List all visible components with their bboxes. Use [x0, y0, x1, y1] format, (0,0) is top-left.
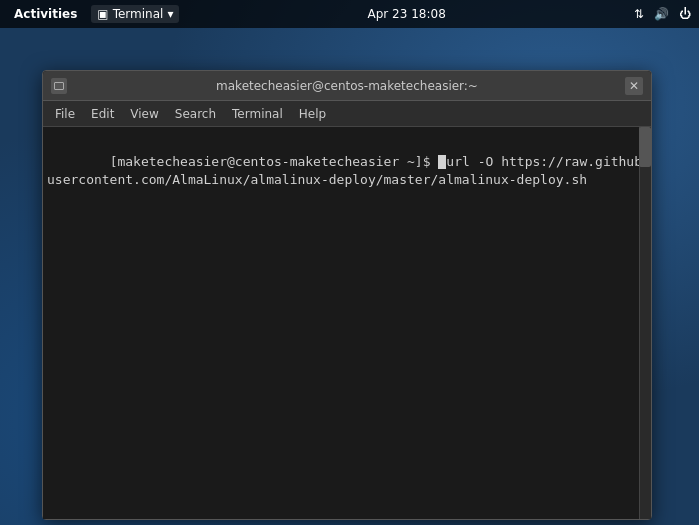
- scrollbar-thumb[interactable]: [639, 127, 651, 167]
- menu-item-search[interactable]: Search: [167, 105, 224, 123]
- menu-item-edit[interactable]: Edit: [83, 105, 122, 123]
- menu-bar: File Edit View Search Terminal Help: [43, 101, 651, 127]
- window-icon: [51, 78, 67, 94]
- window-icon-inner: [54, 82, 64, 90]
- menu-item-file[interactable]: File: [47, 105, 83, 123]
- terminal-line-1: [maketecheasier@centos-maketecheasier ~]…: [47, 135, 643, 208]
- taskbar-right: ⇅ 🔊 ⏻: [634, 7, 691, 21]
- menu-item-terminal[interactable]: Terminal: [224, 105, 291, 123]
- power-icon[interactable]: ⏻: [679, 7, 691, 21]
- network-icon: ⇅: [634, 7, 644, 21]
- taskbar-left: Activities ▣ Terminal ▾: [8, 5, 179, 23]
- taskbar-terminal-button[interactable]: ▣ Terminal ▾: [91, 5, 179, 23]
- taskbar-datetime: Apr 23 18:08: [368, 7, 446, 21]
- close-button[interactable]: ✕: [625, 77, 643, 95]
- scrollbar-track[interactable]: [639, 127, 651, 519]
- title-bar-left: [51, 78, 67, 94]
- terminal-taskbar-icon: ▣: [97, 7, 108, 21]
- menu-item-help[interactable]: Help: [291, 105, 334, 123]
- terminal-content[interactable]: [maketecheasier@centos-maketecheasier ~]…: [43, 127, 651, 519]
- activities-button[interactable]: Activities: [8, 5, 83, 23]
- terminal-window: maketecheasier@centos-maketecheasier:~ ✕…: [42, 70, 652, 520]
- volume-icon: 🔊: [654, 7, 669, 21]
- menu-item-view[interactable]: View: [122, 105, 166, 123]
- desktop: maketecheasier@centos-maketecheasier:~ ✕…: [0, 28, 699, 525]
- terminal-prompt: [maketecheasier@centos-maketecheasier ~]…: [110, 154, 439, 169]
- window-title: maketecheasier@centos-maketecheasier:~: [216, 79, 478, 93]
- taskbar: Activities ▣ Terminal ▾ Apr 23 18:08 ⇅ 🔊…: [0, 0, 699, 28]
- terminal-taskbar-arrow: ▾: [167, 7, 173, 21]
- terminal-taskbar-label: Terminal: [113, 7, 164, 21]
- title-bar: maketecheasier@centos-maketecheasier:~ ✕: [43, 71, 651, 101]
